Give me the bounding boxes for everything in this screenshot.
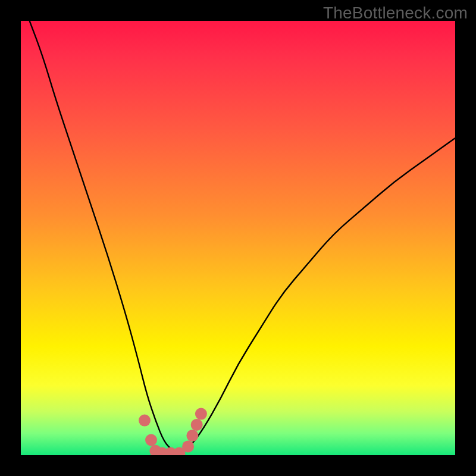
min-marker-dots xyxy=(139,408,207,455)
chart-svg xyxy=(21,21,455,455)
min-marker-dot xyxy=(186,430,198,441)
min-marker-dot xyxy=(191,419,203,431)
min-marker-dot xyxy=(139,415,151,427)
min-marker-dot xyxy=(182,440,194,452)
min-marker-dot xyxy=(145,434,157,446)
bottleneck-curve-path xyxy=(30,21,455,451)
min-marker-dot xyxy=(195,408,207,420)
chart-frame: TheBottleneck.com xyxy=(0,0,476,476)
watermark-text: TheBottleneck.com xyxy=(323,4,468,23)
chart-plot-area xyxy=(21,21,455,455)
